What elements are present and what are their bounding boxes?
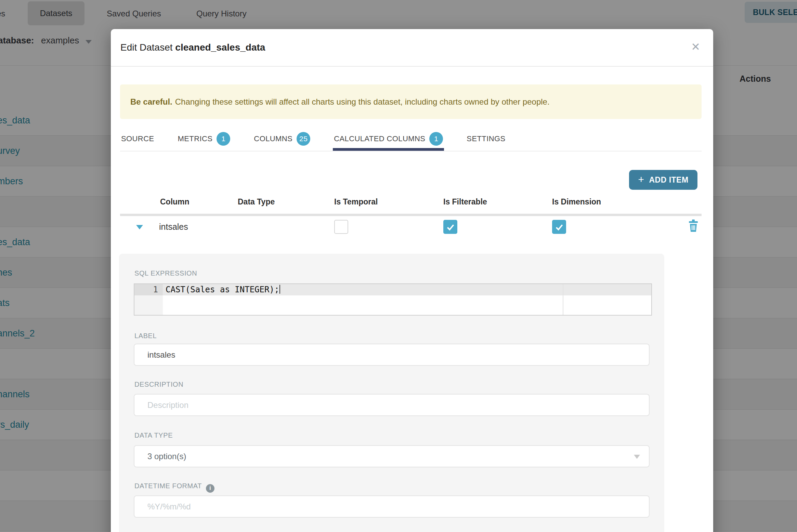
modal-tab-bar: SOURCE METRICS 1 COLUMNS 25 CALCULATED C…	[120, 127, 702, 151]
column-header: Column	[160, 197, 190, 207]
column-header: Is Dimension	[552, 197, 601, 207]
data-type-field-label: DATA TYPE	[134, 431, 173, 439]
is-filterable-checkbox[interactable]	[443, 220, 457, 234]
tab-label: SETTINGS	[467, 134, 505, 143]
warning-banner-text: Changing these settings will affect all …	[175, 97, 550, 107]
metrics-count-badge: 1	[217, 132, 230, 146]
tab-settings[interactable]: SETTINGS	[466, 127, 506, 151]
header-divider	[120, 214, 702, 216]
columns-count-badge: 25	[297, 132, 310, 146]
column-header: Is Temporal	[334, 197, 378, 207]
add-item-button[interactable]: + ADD ITEM	[629, 170, 697, 190]
description-field-label: DESCRIPTION	[134, 381, 183, 388]
label-field-label: LABEL	[134, 332, 157, 340]
column-header: Data Type	[238, 197, 275, 207]
column-name: intsales	[159, 222, 188, 232]
tab-label: CALCULATED COLUMNS	[334, 134, 425, 143]
data-type-value: 3 option(s)	[147, 452, 186, 461]
modal-header: Edit Dataset cleaned_sales_data ✕	[111, 29, 713, 67]
modal-title: Edit Dataset cleaned_sales_data	[120, 42, 265, 53]
tab-label: METRICS	[178, 134, 213, 143]
print-margin-line	[563, 284, 563, 315]
text-cursor	[279, 285, 280, 294]
delete-trash-icon[interactable]	[688, 220, 698, 234]
is-dimension-checkbox[interactable]	[552, 220, 566, 234]
tab-metrics[interactable]: METRICS 1	[177, 127, 232, 151]
expanded-column-panel: SQL EXPRESSION 1 CAST(Sales as INTEGER);…	[119, 254, 664, 532]
check-icon	[445, 222, 456, 232]
column-header: Is Filterable	[443, 197, 487, 207]
add-item-label: ADD ITEM	[649, 175, 688, 185]
is-temporal-checkbox[interactable]	[334, 220, 348, 234]
chevron-down-icon	[634, 455, 640, 459]
tab-source[interactable]: SOURCE	[120, 127, 155, 151]
data-type-select[interactable]: 3 option(s)	[134, 445, 650, 467]
check-icon	[554, 222, 564, 232]
edit-dataset-modal: Edit Dataset cleaned_sales_data ✕ Be car…	[111, 29, 713, 532]
modal-title-dataset-name: cleaned_sales_data	[175, 42, 265, 53]
description-input[interactable]	[134, 394, 650, 416]
close-icon[interactable]: ✕	[691, 41, 700, 52]
tab-label: SOURCE	[121, 134, 154, 143]
info-icon[interactable]: i	[206, 484, 214, 493]
plus-icon: +	[638, 174, 644, 185]
modal-title-prefix: Edit Dataset	[120, 42, 173, 53]
collapse-caret-icon[interactable]	[136, 225, 143, 229]
sql-code-line: CAST(Sales as INTEGER);	[166, 284, 280, 295]
tab-label: COLUMNS	[254, 134, 292, 143]
tab-columns[interactable]: COLUMNS 25	[253, 127, 311, 151]
tab-calculated-columns[interactable]: CALCULATED COLUMNS 1	[333, 127, 444, 151]
datetime-format-input[interactable]	[134, 495, 650, 518]
label-input[interactable]	[134, 344, 650, 366]
datetime-format-field-label: DATETIME FORMATi	[134, 482, 214, 493]
warning-banner: Be careful. Changing these settings will…	[120, 84, 702, 119]
sql-expression-editor[interactable]: 1 CAST(Sales as INTEGER);	[134, 283, 652, 316]
warning-banner-bold: Be careful.	[130, 97, 172, 107]
calculated-columns-count-badge: 1	[429, 132, 443, 146]
sql-expression-label: SQL EXPRESSION	[134, 269, 197, 277]
